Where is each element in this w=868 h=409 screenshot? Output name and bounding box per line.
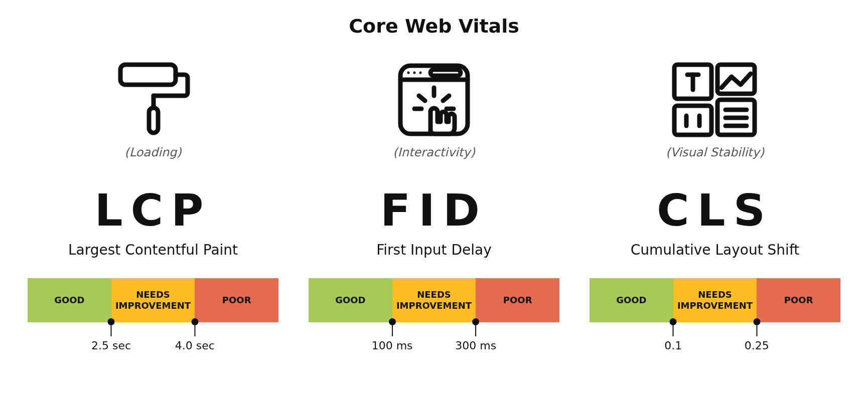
touch-screen-icon xyxy=(391,57,477,142)
segment-needs: NEEDS IMPROVEMENT xyxy=(392,278,476,322)
metric-cls: (Visual Stability) CLS Cumulative Layout… xyxy=(590,57,840,352)
threshold-marks: 100 ms 300 ms xyxy=(309,322,559,352)
svg-rect-8 xyxy=(430,70,461,76)
metric-fid: (Interactivity) FID First Input Delay GO… xyxy=(309,57,559,352)
threshold-value: 0.1 xyxy=(664,339,682,352)
metric-caption: (Interactivity) xyxy=(393,145,475,159)
svg-rect-18 xyxy=(674,106,711,135)
threshold-mark: 300 ms xyxy=(455,318,496,352)
metric-lcp: (Loading) LCP Largest Contentful Paint G… xyxy=(28,57,278,352)
threshold-marks: 0.1 0.25 xyxy=(590,322,840,352)
threshold-bar: GOOD NEEDS IMPROVEMENT POOR xyxy=(28,278,278,322)
segment-poor: POOR xyxy=(195,278,278,322)
svg-line-11 xyxy=(443,96,449,101)
svg-line-10 xyxy=(419,96,425,101)
threshold-value: 100 ms xyxy=(372,339,413,352)
svg-point-5 xyxy=(407,72,410,74)
threshold-mark: 0.1 xyxy=(664,318,682,352)
metric-abbr: FID xyxy=(380,188,488,233)
metric-abbr: CLS xyxy=(657,188,773,233)
threshold-bar: GOOD NEEDS IMPROVEMENT POOR xyxy=(590,278,840,322)
metric-abbr: LCP xyxy=(94,188,211,233)
threshold-marks: 2.5 sec 4.0 sec xyxy=(28,322,278,352)
threshold-mark: 4.0 sec xyxy=(175,318,215,352)
svg-rect-2 xyxy=(149,108,158,133)
segment-needs: NEEDS IMPROVEMENT xyxy=(111,278,195,322)
segment-poor: POOR xyxy=(476,278,559,322)
threshold-value: 4.0 sec xyxy=(175,339,215,352)
metrics-row: (Loading) LCP Largest Contentful Paint G… xyxy=(10,57,858,352)
paint-roller-icon xyxy=(110,57,196,142)
metric-caption: (Visual Stability) xyxy=(666,145,764,159)
segment-good: GOOD xyxy=(28,278,111,322)
svg-point-7 xyxy=(419,72,422,74)
metric-full-name: First Input Delay xyxy=(376,242,492,258)
svg-rect-0 xyxy=(120,65,176,85)
segment-needs: NEEDS IMPROVEMENT xyxy=(673,278,757,322)
segment-good: GOOD xyxy=(309,278,392,322)
threshold-value: 0.25 xyxy=(745,339,769,352)
layout-shift-icon xyxy=(667,57,763,142)
metric-full-name: Largest Contentful Paint xyxy=(68,242,238,258)
threshold-value: 2.5 sec xyxy=(91,339,131,352)
threshold-mark: 100 ms xyxy=(372,318,413,352)
segment-good: GOOD xyxy=(590,278,673,322)
threshold-bar: GOOD NEEDS IMPROVEMENT POOR xyxy=(309,278,559,322)
page: Core Web Vitals (Loading) LCP Largest Co… xyxy=(0,0,868,352)
metric-caption: (Loading) xyxy=(124,145,181,159)
threshold-value: 300 ms xyxy=(455,339,496,352)
page-title: Core Web Vitals xyxy=(10,15,858,37)
threshold-mark: 0.25 xyxy=(745,318,769,352)
metric-full-name: Cumulative Layout Shift xyxy=(631,242,799,258)
threshold-mark: 2.5 sec xyxy=(91,318,131,352)
segment-poor: POOR xyxy=(757,278,840,322)
svg-point-6 xyxy=(413,72,416,74)
